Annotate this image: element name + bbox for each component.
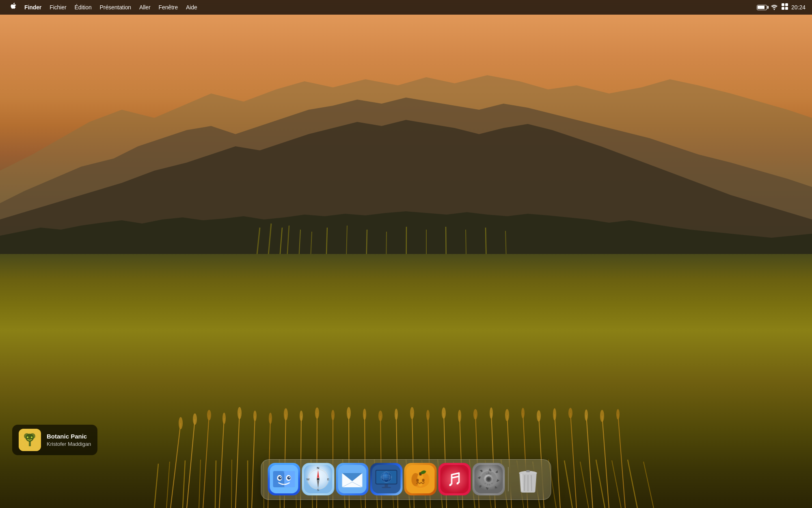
svg-line-42 (586, 415, 593, 508)
aller-menu[interactable]: Aller (135, 2, 155, 12)
svg-line-44 (618, 414, 625, 508)
dock-safari[interactable]: N E S W (302, 463, 335, 495)
svg-point-92 (410, 407, 414, 419)
desktop-background (0, 0, 812, 508)
notification-widget: Botanic Panic Kristofer Maddigan (12, 425, 97, 455)
dock-system-preferences[interactable] (473, 463, 505, 495)
finder-menu[interactable]: Finder (20, 2, 45, 12)
dock: N E S W (261, 459, 551, 500)
dock-finder[interactable] (268, 463, 300, 495)
svg-line-177 (531, 475, 532, 491)
svg-line-18 (203, 415, 209, 508)
svg-point-104 (600, 410, 604, 422)
dock-separator (508, 467, 509, 491)
svg-point-94 (442, 407, 446, 419)
svg-point-83 (269, 412, 272, 424)
svg-rect-153 (385, 484, 388, 487)
svg-line-48 (199, 459, 201, 508)
dock-container: N E S W (261, 459, 551, 500)
svg-line-43 (602, 416, 609, 508)
svg-point-102 (568, 408, 572, 418)
svg-text:W: W (307, 478, 310, 481)
svg-line-40 (555, 414, 560, 508)
control-center-button[interactable] (782, 3, 788, 11)
wifi-indicator (770, 4, 778, 11)
dock-squash[interactable] (404, 463, 437, 495)
svg-line-73 (596, 459, 605, 508)
svg-point-98 (505, 409, 509, 421)
svg-point-79 (207, 410, 211, 420)
svg-line-49 (215, 460, 216, 508)
svg-point-163 (422, 479, 425, 482)
svg-point-101 (553, 408, 556, 420)
svg-point-162 (417, 479, 419, 482)
svg-point-97 (490, 407, 493, 419)
svg-point-84 (284, 408, 288, 420)
svg-rect-107 (785, 3, 788, 6)
svg-line-50 (231, 459, 232, 508)
battery-fill (758, 6, 764, 9)
svg-point-171 (487, 478, 490, 481)
dock-mail[interactable] (336, 463, 369, 495)
dock-network-radar[interactable] (370, 463, 403, 495)
presentation-menu[interactable]: Présentation (96, 2, 135, 12)
fenetre-menu[interactable]: Fenêtre (155, 2, 182, 12)
svg-point-82 (253, 410, 257, 421)
svg-point-80 (222, 412, 226, 424)
apple-menu[interactable] (6, 2, 20, 13)
svg-rect-106 (782, 3, 784, 6)
svg-line-41 (570, 413, 577, 508)
svg-rect-108 (782, 7, 784, 10)
svg-point-78 (193, 413, 197, 425)
svg-point-81 (238, 407, 242, 419)
svg-point-138 (317, 478, 320, 480)
svg-line-19 (219, 418, 224, 508)
svg-rect-154 (382, 487, 391, 488)
svg-point-117 (31, 436, 32, 438)
svg-line-17 (187, 419, 195, 508)
svg-line-46 (166, 461, 170, 508)
svg-point-90 (378, 410, 382, 421)
notification-subtitle: Kristofer Maddigan (47, 441, 91, 447)
svg-line-76 (644, 461, 654, 508)
dock-music[interactable] (438, 463, 471, 495)
svg-point-89 (363, 408, 366, 420)
svg-line-45 (154, 463, 158, 508)
aide-menu[interactable]: Aide (182, 2, 201, 12)
svg-point-95 (458, 410, 461, 422)
svg-line-175 (525, 475, 525, 491)
clock-display: 20:24 (791, 4, 806, 11)
svg-line-72 (580, 461, 589, 508)
svg-point-88 (347, 407, 351, 419)
svg-point-114 (30, 433, 35, 439)
svg-rect-174 (526, 470, 530, 472)
svg-point-93 (426, 410, 430, 420)
notification-text-block: Botanic Panic Kristofer Maddigan (47, 433, 91, 447)
svg-text:N: N (317, 466, 320, 470)
svg-point-87 (331, 410, 335, 420)
svg-text:S: S (317, 488, 319, 492)
edition-menu[interactable]: Édition (71, 2, 96, 12)
fichier-menu[interactable]: Fichier (45, 2, 70, 12)
svg-point-85 (300, 410, 303, 421)
menubar-left: Finder Fichier Édition Présentation Alle… (6, 2, 757, 13)
battery-indicator (757, 5, 767, 10)
dock-trash[interactable] (512, 463, 544, 495)
svg-line-20 (235, 413, 240, 508)
svg-line-75 (628, 459, 637, 508)
svg-point-100 (537, 410, 541, 421)
svg-line-21 (252, 416, 255, 508)
svg-line-47 (183, 460, 185, 508)
svg-point-127 (289, 477, 290, 478)
svg-point-113 (24, 433, 30, 439)
notification-title: Botanic Panic (47, 433, 91, 440)
svg-point-86 (315, 407, 319, 419)
svg-line-74 (612, 460, 621, 508)
svg-point-103 (585, 409, 588, 421)
svg-point-77 (179, 417, 183, 429)
svg-line-16 (171, 423, 181, 508)
svg-point-126 (280, 477, 281, 478)
svg-point-99 (521, 408, 525, 418)
menubar-right: 20:24 (757, 3, 806, 11)
svg-point-105 (616, 409, 620, 419)
